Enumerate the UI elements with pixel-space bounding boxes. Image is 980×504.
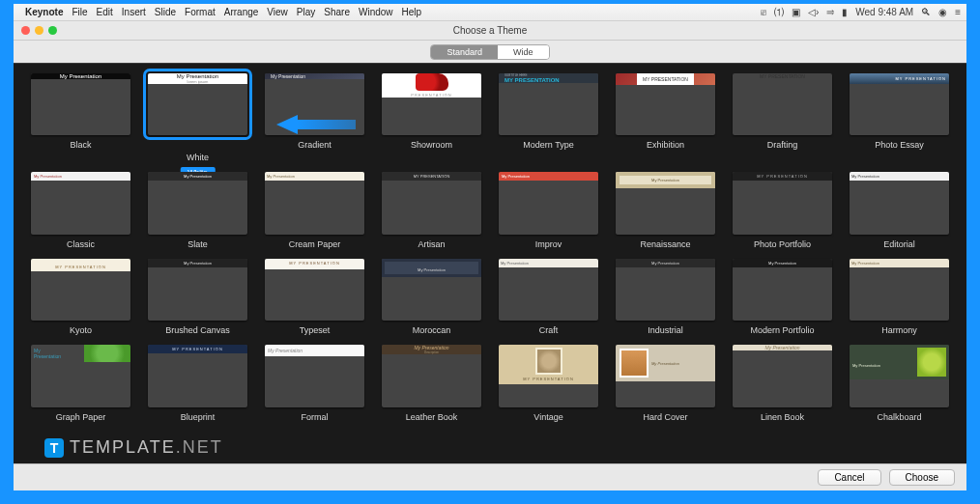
menu-edit[interactable]: Edit bbox=[97, 7, 113, 17]
theme-thumbnail: My Presentation bbox=[733, 345, 832, 406]
theme-thumbnail: My Presentation bbox=[850, 259, 949, 321]
theme-edit[interactable]: My PresentationEditorial bbox=[850, 172, 949, 248]
theme-formal[interactable]: My PresentationFormal bbox=[265, 345, 364, 421]
theme-thumbnail: MY PRESENTATION bbox=[733, 172, 832, 234]
theme-thumbnail: My Presentation bbox=[382, 259, 481, 321]
theme-vintage[interactable]: MY PRESENTATIONVintage bbox=[499, 345, 598, 421]
theme-thumbnail: MyPresentation bbox=[31, 345, 130, 406]
theme-renais[interactable]: My PresentationRenaissance bbox=[616, 172, 715, 248]
theme-artisan[interactable]: MY PRESENTATIONArtisan bbox=[382, 172, 481, 248]
theme-cream[interactable]: My PresentationCream Paper bbox=[265, 172, 364, 248]
status-display-icon[interactable]: ⑴ bbox=[774, 6, 784, 19]
theme-moroc[interactable]: My PresentationMoroccan bbox=[382, 259, 481, 335]
theme-label: Editorial bbox=[883, 239, 915, 249]
segment-wide[interactable]: Wide bbox=[498, 45, 549, 59]
theme-brush[interactable]: My PresentationBrushed Canvas bbox=[148, 259, 247, 335]
theme-slate[interactable]: My PresentationSlate bbox=[148, 172, 247, 248]
theme-thumbnail: My Presentation bbox=[616, 172, 715, 234]
theme-typeset[interactable]: MY PRESENTATIONTypeset bbox=[265, 259, 364, 335]
minimize-window-button[interactable] bbox=[35, 26, 43, 35]
theme-label: Hard Cover bbox=[643, 412, 687, 422]
close-window-button[interactable] bbox=[21, 26, 30, 35]
segment-standard[interactable]: Standard bbox=[431, 45, 498, 59]
menu-window[interactable]: Window bbox=[359, 7, 393, 17]
status-clock[interactable]: Wed 9:48 AM bbox=[855, 7, 913, 17]
theme-label: Craft bbox=[539, 325, 559, 335]
theme-label: Modern Portfolio bbox=[750, 325, 814, 335]
menu-slide[interactable]: Slide bbox=[155, 7, 176, 17]
theme-label: Artisan bbox=[418, 239, 445, 249]
theme-kyoto[interactable]: MY PRESENTATIONKyoto bbox=[31, 259, 130, 335]
status-spotlight-icon[interactable]: 🔍︎ bbox=[921, 7, 931, 17]
theme-showroom[interactable]: PRESENTATIONShowroom bbox=[382, 73, 481, 162]
menu-insert[interactable]: Insert bbox=[122, 7, 146, 17]
theme-leather[interactable]: My PresentationDescriptionLeather Book bbox=[382, 345, 481, 421]
theme-indust[interactable]: My PresentationIndustrial bbox=[616, 259, 715, 335]
theme-label: Cream Paper bbox=[289, 239, 341, 249]
theme-thumbnail: My Presentation bbox=[31, 172, 130, 234]
menu-arrange[interactable]: Arrange bbox=[224, 7, 259, 17]
status-notification-icon[interactable]: ≡ bbox=[955, 7, 961, 17]
menu-format[interactable]: Format bbox=[185, 7, 216, 17]
theme-photo[interactable]: MY PRESENTATIONPhoto Essay bbox=[850, 73, 949, 162]
theme-exhib[interactable]: MY PRESENTATIONExhibition bbox=[616, 73, 715, 162]
theme-thumbnail: My PresentationDescription bbox=[382, 345, 481, 406]
theme-label: Industrial bbox=[648, 325, 683, 335]
status-video-icon[interactable]: ⎚ bbox=[761, 7, 766, 17]
menu-play[interactable]: Play bbox=[297, 7, 315, 17]
menu-help[interactable]: Help bbox=[402, 7, 422, 17]
theme-thumbnail: SUBTITLE HEREMY PRESENTATION bbox=[499, 73, 598, 135]
theme-thumbnail: MY PRESENTATION bbox=[499, 345, 598, 406]
menu-share[interactable]: Share bbox=[324, 7, 350, 17]
theme-thumbnail: My Presentation bbox=[499, 172, 598, 234]
theme-label: Linen Book bbox=[761, 412, 804, 422]
menu-file[interactable]: File bbox=[72, 7, 87, 17]
theme-black[interactable]: My PresentationBlack bbox=[31, 73, 130, 162]
app-menu[interactable]: Keynote bbox=[25, 7, 63, 17]
status-battery-icon[interactable]: ▮ bbox=[842, 7, 848, 17]
theme-label: Kyoto bbox=[70, 325, 92, 335]
theme-chalk[interactable]: My PresentationChalkboard bbox=[850, 345, 949, 421]
theme-hard[interactable]: My PresentationHard Cover bbox=[616, 345, 715, 421]
theme-grid: My PresentationBlackMy Presentationlorem… bbox=[31, 73, 949, 422]
theme-thumbnail: MY PRESENTATION bbox=[616, 73, 715, 135]
maximize-window-button[interactable] bbox=[48, 26, 57, 35]
theme-modern[interactable]: SUBTITLE HEREMY PRESENTATIONModern Type bbox=[499, 73, 598, 162]
theme-portf[interactable]: MY PRESENTATIONPhoto Portfolio bbox=[733, 172, 832, 248]
theme-label: Chalkboard bbox=[877, 412, 921, 422]
theme-craft[interactable]: My PresentationCraft bbox=[499, 259, 598, 335]
theme-thumbnail: My Presentation bbox=[850, 345, 949, 406]
theme-thumbnail: My Presentation bbox=[616, 345, 715, 406]
status-airplay-icon[interactable]: ▣ bbox=[792, 7, 800, 17]
status-volume-icon[interactable]: ◁› bbox=[808, 7, 819, 17]
theme-draft[interactable]: MY PRESENTATIONDrafting bbox=[733, 73, 832, 162]
status-siri-icon[interactable]: ◉ bbox=[938, 7, 947, 17]
theme-white[interactable]: My Presentationlorem ipsumWhiteWhite bbox=[148, 73, 247, 162]
window-title: Choose a Theme bbox=[14, 21, 966, 41]
theme-thumbnail: My Presentation bbox=[148, 172, 247, 234]
theme-blue[interactable]: MY PRESENTATIONBlueprint bbox=[148, 345, 247, 421]
theme-thumbnail: My Presentation bbox=[499, 259, 598, 321]
theme-chooser-window: Choose a Theme Standard Wide My Presenta… bbox=[14, 21, 966, 490]
theme-improv[interactable]: My PresentationImprov bbox=[499, 172, 598, 248]
theme-thumbnail: MY PRESENTATION bbox=[148, 345, 247, 406]
theme-graph[interactable]: MyPresentationGraph Paper bbox=[31, 345, 130, 421]
theme-harm[interactable]: My PresentationHarmony bbox=[850, 259, 949, 335]
menu-view[interactable]: View bbox=[267, 7, 288, 17]
theme-classic[interactable]: My PresentationClassic bbox=[31, 172, 130, 248]
theme-label: Moroccan bbox=[413, 325, 451, 335]
theme-label: Black bbox=[70, 140, 91, 150]
cancel-button[interactable]: Cancel bbox=[818, 469, 880, 486]
theme-label: Formal bbox=[301, 412, 328, 422]
theme-label: Harmony bbox=[881, 325, 917, 335]
template-net-logo-icon: T bbox=[44, 438, 64, 458]
choose-button[interactable]: Choose bbox=[889, 469, 955, 486]
theme-thumbnail: My Presentation bbox=[733, 259, 832, 321]
status-wifi-icon[interactable]: ⥤ bbox=[826, 7, 834, 17]
aspect-segment: Standard Wide bbox=[430, 44, 549, 60]
theme-label: Exhibition bbox=[647, 140, 684, 150]
theme-mport[interactable]: My PresentationModern Portfolio bbox=[733, 259, 832, 335]
theme-label: Leather Book bbox=[406, 412, 458, 422]
theme-linen[interactable]: My PresentationLinen Book bbox=[733, 345, 832, 421]
theme-label: White bbox=[187, 153, 209, 162]
